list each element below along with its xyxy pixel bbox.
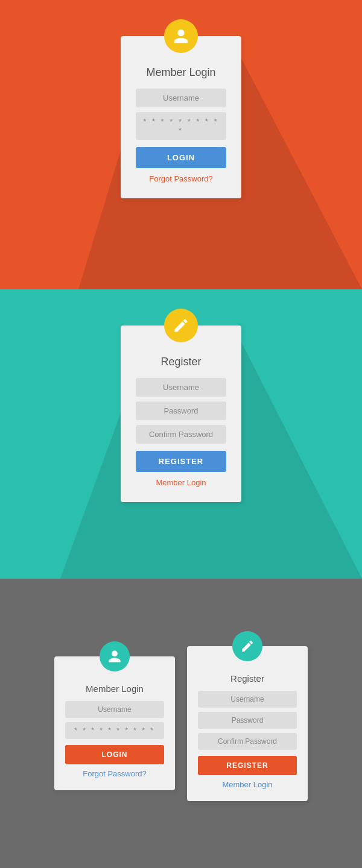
password-display: * * * * * * * * * * [136, 112, 226, 140]
small-register-title: Register [230, 673, 264, 684]
register-confirm-input[interactable] [136, 425, 226, 444]
register-button[interactable]: REGISTER [136, 451, 226, 472]
small-pencil-icon [240, 639, 255, 653]
small-member-login-link[interactable]: Member Login [222, 780, 272, 789]
login-title: Member Login [146, 66, 215, 79]
section-login-orange: Member Login * * * * * * * * * * LOGIN F… [0, 0, 362, 289]
section-register-teal: Register REGISTER Member Login [0, 289, 362, 579]
small-login-card-wrapper: Member Login * * * * * * * * * * LOGIN F… [54, 656, 175, 790]
register-card: Register REGISTER Member Login [121, 326, 241, 502]
pencil-icon [173, 317, 189, 334]
small-register-confirm-input[interactable] [198, 733, 297, 750]
small-register-card: Register REGISTER Member Login [187, 646, 308, 801]
small-register-username-input[interactable] [198, 691, 297, 708]
login-card: Member Login * * * * * * * * * * LOGIN F… [121, 36, 241, 198]
small-pencil-icon-circle [232, 631, 262, 661]
small-login-button[interactable]: LOGIN [65, 745, 164, 764]
small-login-card: Member Login * * * * * * * * * * LOGIN F… [54, 656, 175, 790]
small-user-icon-circle [100, 641, 130, 671]
login-card-container: Member Login * * * * * * * * * * LOGIN F… [121, 36, 241, 198]
small-register-button[interactable]: REGISTER [198, 756, 297, 775]
register-title: Register [160, 356, 201, 368]
pencil-icon-circle [164, 309, 198, 342]
small-register-password-input[interactable] [198, 712, 297, 729]
register-password-input[interactable] [136, 401, 226, 420]
register-username-input[interactable] [136, 378, 226, 397]
forgot-password-link[interactable]: Forgot Password? [149, 174, 213, 183]
small-password-display: * * * * * * * * * * [65, 722, 164, 739]
user-icon [173, 28, 189, 45]
small-forgot-link[interactable]: Forgot Password? [83, 769, 147, 778]
small-login-title: Member Login [86, 684, 144, 694]
login-button[interactable]: LOGIN [136, 147, 226, 168]
small-username-input[interactable] [65, 701, 164, 718]
username-input[interactable] [136, 89, 226, 107]
user-icon-circle [164, 19, 198, 53]
register-card-container: Register REGISTER Member Login [121, 326, 241, 502]
member-login-link[interactable]: Member Login [156, 478, 206, 487]
small-register-card-wrapper: Register REGISTER Member Login [187, 646, 308, 801]
small-user-icon [107, 649, 122, 664]
section-gray: Member Login * * * * * * * * * * LOGIN F… [0, 579, 362, 868]
